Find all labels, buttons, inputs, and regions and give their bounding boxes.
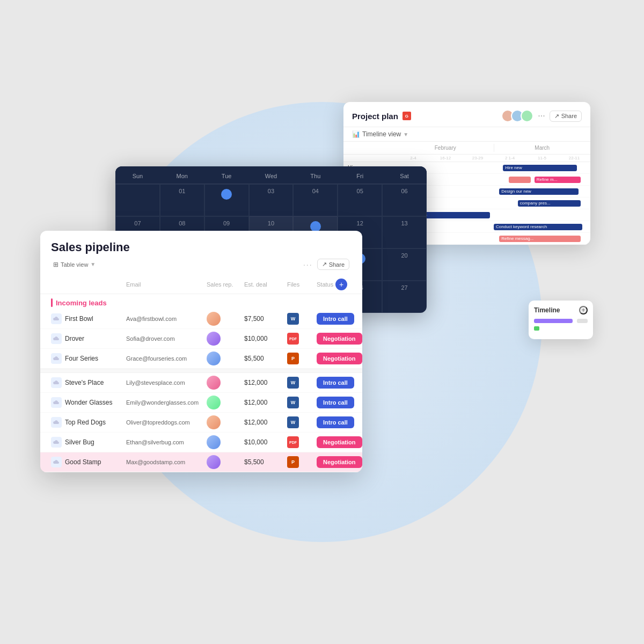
day-thu: Thu [293, 166, 338, 184]
company-cell: Silver Bug [51, 437, 126, 448]
chevron-icon: ▼ [90, 261, 96, 267]
file-badge: W [287, 397, 299, 408]
deal-cell: $10,000 [244, 335, 287, 342]
day-tue: Tue [204, 166, 249, 184]
email-cell: Oliver@topreddogs.com [126, 419, 207, 426]
table-row[interactable]: Top Red Dogs Oliver@topreddogs.com $12,0… [40, 413, 362, 433]
deal-cell: $12,000 [244, 379, 287, 386]
company-name: Wonder Glasses [65, 399, 112, 406]
table-row[interactable]: First Bowl Ava@firstbowl.com $7,500 W In… [40, 309, 362, 329]
day-sat: Sat [382, 166, 427, 184]
negotiation-button[interactable]: Negotiation [317, 333, 362, 345]
rep-cell [207, 312, 244, 326]
company-name: Four Series [65, 355, 98, 362]
cal-cell[interactable]: 05 [338, 184, 382, 216]
table-row[interactable]: Silver Bug Ethan@silverbug.com $10,000 P… [40, 433, 362, 452]
company-icon [51, 457, 62, 467]
timeline-small-title: Timeline [534, 306, 560, 314]
email-cell: Lily@stevesplace.com [126, 379, 207, 386]
table-row[interactable]: Drover Sofia@drover.com $10,000 PDF Nego… [40, 329, 362, 349]
cal-cell[interactable] [115, 184, 160, 216]
sales-header: Sales pipeline ⊞ Table view ▼ ··· ↗ Shar… [40, 231, 362, 275]
deal-cell: $5,500 [244, 355, 287, 362]
company-cell: Steve's Place [51, 377, 126, 388]
cal-cell[interactable]: 04 [293, 184, 338, 216]
negotiation-button[interactable]: Negotiation [317, 436, 362, 448]
table-view-label: ⊞ Table view ▼ [53, 261, 96, 268]
company-name: Top Red Dogs [65, 419, 106, 426]
company-icon [51, 377, 62, 388]
project-plan-title: Project plan G [352, 112, 411, 121]
cal-cell[interactable] [204, 184, 249, 216]
share-button[interactable]: ↗ Share [550, 111, 582, 122]
company-name: First Bowl [65, 315, 93, 323]
green-side [534, 326, 539, 331]
file-cell: PDF [287, 436, 317, 448]
share-icon: ↗ [554, 113, 559, 120]
negotiation-button[interactable]: Negotiation [317, 353, 362, 364]
rep-cell [207, 332, 244, 346]
col-status: Status + [317, 279, 362, 290]
more-options-button[interactable]: ··· [303, 260, 313, 269]
status-cell: Intro call [317, 377, 362, 389]
cal-cell[interactable]: 01 [160, 184, 204, 216]
company-name: Good Stamp [65, 458, 101, 466]
email-cell: Emily@wonderglasses.com [126, 399, 207, 406]
deal-cell: $12,000 [244, 419, 287, 426]
table-row[interactable]: Wonder Glasses Emily@wonderglasses.com $… [40, 393, 362, 413]
march-label: March [494, 144, 591, 152]
rep-avatar [207, 435, 221, 449]
file-badge: PDF [287, 333, 299, 345]
cal-cell[interactable]: 20 [382, 248, 427, 281]
cloud-icon [53, 316, 60, 322]
avatar-3 [521, 109, 533, 122]
more-options-button[interactable]: ··· [538, 111, 545, 121]
file-cell: P [287, 456, 317, 468]
intro-call-button[interactable]: Intro call [317, 397, 354, 408]
deal-cell: $12,000 [244, 399, 287, 406]
col-email: Email [126, 281, 207, 288]
add-timeline-button[interactable]: + [579, 306, 588, 314]
company-name: Silver Bug [65, 438, 94, 446]
cal-cell[interactable]: 03 [249, 184, 294, 216]
file-cell: W [287, 377, 317, 389]
calendar-header: Sun Mon Tue Wed Thu Fri Sat [115, 166, 427, 184]
timeline-bar-row [534, 319, 588, 323]
gmail-icon: G [402, 112, 411, 120]
task-bar: Hire new [503, 165, 577, 171]
section1-label: Incoming leads [40, 294, 362, 309]
email-cell: Ava@firstbowl.com [126, 316, 207, 322]
status-cell: Intro call [317, 397, 362, 408]
share-pipeline-button[interactable]: ↗ Share [317, 259, 349, 270]
status-cell: Negotiation [317, 436, 362, 448]
intro-call-button[interactable]: Intro call [317, 416, 354, 428]
table-icon: ⊞ [53, 261, 58, 268]
project-plan-header: Project plan G ··· ↗ Share [343, 102, 590, 127]
rep-cell [207, 352, 244, 365]
project-plan-label: Project plan [352, 112, 398, 121]
cal-cell[interactable]: 13 [382, 216, 427, 248]
keyword-bar: Conduct keyword research [494, 224, 582, 230]
table-row[interactable]: Four Series Grace@fourseries.com $5,500 … [40, 349, 362, 369]
table-row[interactable]: Steve's Place Lily@stevesplace.com $12,0… [40, 373, 362, 393]
file-cell: W [287, 416, 317, 428]
rep-cell [207, 376, 244, 390]
company-name: Drover [65, 335, 84, 342]
file-badge: W [287, 313, 299, 325]
cal-cell[interactable]: 27 [382, 281, 427, 313]
refine-msg-bar: Refine messag... [499, 236, 580, 242]
cloud-icon [53, 419, 60, 426]
file-cell: W [287, 313, 317, 325]
add-column-button[interactable]: + [335, 279, 347, 290]
header-actions: ··· ↗ Share [501, 109, 582, 122]
cloud-icon [53, 459, 60, 465]
table-row[interactable]: Good Stamp Max@goodstamp.com $5,500 P Ne… [40, 452, 362, 472]
intro-call-button[interactable]: Intro call [317, 313, 354, 325]
intro-call-button[interactable]: Intro call [317, 377, 354, 389]
negotiation-button[interactable]: Negotiation [317, 456, 362, 468]
status-cell: Negotiation [317, 456, 362, 468]
cal-cell[interactable]: 06 [382, 184, 427, 216]
company-cell: Wonder Glasses [51, 397, 126, 408]
day-mon: Mon [160, 166, 204, 184]
status-cell: Negotiation [317, 353, 362, 364]
